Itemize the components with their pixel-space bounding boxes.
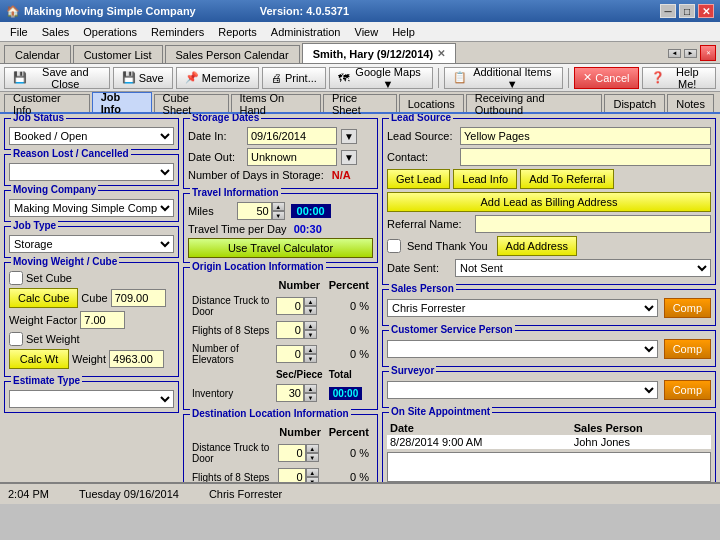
sales-comp-button[interactable]: Comp [664, 298, 711, 318]
get-lead-button[interactable]: Get Lead [387, 169, 450, 189]
set-weight-checkbox[interactable] [9, 332, 23, 346]
tab-sales-calendar[interactable]: Sales Person Calendar [165, 45, 300, 63]
origin-distance-up[interactable]: ▲ [304, 297, 317, 306]
dest-distance-down[interactable]: ▼ [306, 453, 319, 462]
memorize-button[interactable]: 📌 Memorize [176, 67, 259, 89]
dest-flights-down[interactable]: ▼ [306, 477, 319, 482]
add-referral-button[interactable]: Add To Referral [520, 169, 614, 189]
sub-tab-customer-info[interactable]: Customer Info [4, 94, 90, 112]
print-button[interactable]: 🖨 Print... [262, 67, 326, 89]
dest-distance-up[interactable]: ▲ [306, 444, 319, 453]
calc-cube-button[interactable]: Calc Cube [9, 288, 78, 308]
miles-input[interactable] [237, 202, 272, 220]
origin-inventory-down[interactable]: ▼ [304, 393, 317, 402]
origin-distance-down[interactable]: ▼ [304, 306, 317, 315]
add-billing-button[interactable]: Add Lead as Billing Address [387, 192, 711, 212]
customer-service-select[interactable] [387, 340, 658, 358]
sub-tab-cube-sheet[interactable]: Cube Sheet [154, 94, 229, 112]
sub-tab-locations[interactable]: Locations [399, 94, 464, 112]
contact-input[interactable] [460, 148, 711, 166]
help-me-button[interactable]: ❓ Help Me! [642, 67, 717, 89]
moving-weight-section: Moving Weight / Cube Set Cube Calc Cube … [4, 262, 179, 377]
reason-lost-select[interactable] [9, 163, 174, 181]
dest-flights-input[interactable] [278, 468, 306, 482]
surveyor-comp-button[interactable]: Comp [664, 380, 711, 400]
origin-flights-input[interactable] [276, 321, 304, 339]
origin-flights-down[interactable]: ▼ [304, 330, 317, 339]
dest-distance-input[interactable] [278, 444, 306, 462]
google-maps-button[interactable]: 🗺 Google Maps ▼ [329, 67, 433, 89]
set-cube-checkbox[interactable] [9, 271, 23, 285]
calc-wt-button[interactable]: Calc Wt [9, 349, 69, 369]
job-type-select[interactable]: Storage [9, 235, 174, 253]
tab-calendar[interactable]: Calendar [4, 45, 71, 63]
referral-name-input[interactable] [475, 215, 711, 233]
origin-inventory-up[interactable]: ▲ [304, 384, 317, 393]
cancel-icon: ✕ [583, 71, 592, 84]
origin-elevators-up[interactable]: ▲ [304, 345, 317, 354]
sub-tab-job-info[interactable]: Job Info [92, 92, 152, 112]
destination-location-section: Destination Location Information Number … [183, 414, 378, 482]
sub-tab-receiving[interactable]: Receiving and Outbound [466, 94, 603, 112]
tab-scroll-left[interactable]: ◄ [668, 49, 681, 58]
menu-reminders[interactable]: Reminders [145, 24, 210, 40]
tab-close-x[interactable]: ✕ [700, 45, 716, 61]
travel-calculator-button[interactable]: Use Travel Calculator [188, 238, 373, 258]
storage-dates-label: Storage Dates [190, 114, 261, 123]
menu-view[interactable]: View [349, 24, 385, 40]
menu-file[interactable]: File [4, 24, 34, 40]
estimate-type-select[interactable] [9, 390, 174, 408]
save-close-button[interactable]: 💾 Save and Close [4, 67, 110, 89]
cancel-button[interactable]: ✕ Cancel [574, 67, 638, 89]
on-site-label: On Site Appointment [389, 406, 492, 417]
date-out-input[interactable] [247, 148, 337, 166]
surveyor-select[interactable] [387, 381, 658, 399]
lead-source-input[interactable] [460, 127, 711, 145]
tab-active-doc[interactable]: Smith, Hary (9/12/2014) ✕ [302, 43, 456, 63]
date-out-dropdown[interactable]: ▼ [341, 150, 357, 165]
moving-weight-label: Moving Weight / Cube [11, 256, 119, 267]
sales-person-select[interactable]: Chris Forrester [387, 299, 658, 317]
menu-reports[interactable]: Reports [212, 24, 263, 40]
sub-tab-items-on-hand[interactable]: Items On Hand [231, 94, 321, 112]
menu-operations[interactable]: Operations [77, 24, 143, 40]
reason-lost-label: Reason Lost / Cancelled [11, 148, 131, 159]
origin-elevators-down[interactable]: ▼ [304, 354, 317, 363]
cs-comp-button[interactable]: Comp [664, 339, 711, 359]
lead-info-button[interactable]: Lead Info [453, 169, 517, 189]
send-thank-you-checkbox[interactable] [387, 239, 401, 253]
additional-items-button[interactable]: 📋 Additional Items ▼ [444, 67, 563, 89]
origin-elevators-input[interactable] [276, 345, 304, 363]
tab-close-icon[interactable]: ✕ [437, 48, 445, 59]
origin-flights-up[interactable]: ▲ [304, 321, 317, 330]
cube-value-input[interactable] [111, 289, 166, 307]
origin-table: Number Percent Distance Truck to Door ▲ [188, 276, 373, 405]
job-status-select[interactable]: Booked / Open [9, 127, 174, 145]
sub-tab-notes[interactable]: Notes [667, 94, 714, 112]
origin-inventory-input[interactable] [276, 384, 304, 402]
menu-help[interactable]: Help [386, 24, 421, 40]
date-in-dropdown[interactable]: ▼ [341, 129, 357, 144]
dest-flights-up[interactable]: ▲ [306, 468, 319, 477]
close-button[interactable]: ✕ [698, 4, 714, 18]
origin-distance-input[interactable] [276, 297, 304, 315]
maximize-button[interactable]: □ [679, 4, 695, 18]
status-user: Chris Forrester [209, 488, 282, 500]
weight-factor-input[interactable] [80, 311, 125, 329]
date-in-input[interactable] [247, 127, 337, 145]
sub-tab-price-sheet[interactable]: Price Sheet [323, 94, 397, 112]
date-sent-select[interactable]: Not Sent [455, 259, 711, 277]
save-button[interactable]: 💾 Save [113, 67, 173, 89]
sub-tab-dispatch[interactable]: Dispatch [604, 94, 665, 112]
menu-sales[interactable]: Sales [36, 24, 76, 40]
tab-customer-list[interactable]: Customer List [73, 45, 163, 63]
miles-up[interactable]: ▲ [272, 202, 285, 211]
version: Version: 4.0.5371 [260, 5, 349, 17]
moving-company-select[interactable]: Making Moving Simple Compan [9, 199, 174, 217]
minimize-button[interactable]: ─ [660, 4, 676, 18]
add-address-button[interactable]: Add Address [497, 236, 577, 256]
menu-administration[interactable]: Administration [265, 24, 347, 40]
miles-down[interactable]: ▼ [272, 211, 285, 220]
weight-value-input[interactable] [109, 350, 164, 368]
tab-scroll-right[interactable]: ► [684, 49, 697, 58]
